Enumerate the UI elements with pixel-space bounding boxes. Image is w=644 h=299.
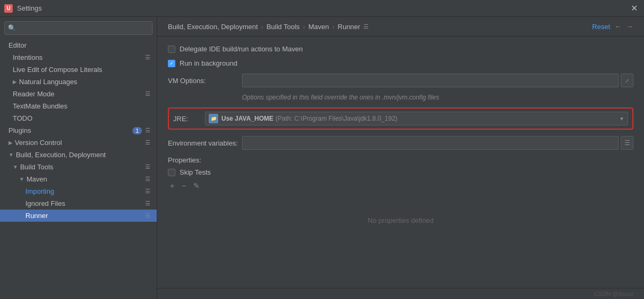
env-vars-edit-btn[interactable]: ☰	[621, 136, 633, 150]
window-title: Settings	[17, 4, 629, 12]
vm-options-expand-btn[interactable]: ⤢	[621, 74, 633, 87]
env-vars-input[interactable]	[242, 136, 619, 150]
menu-icon: ☰	[145, 127, 150, 134]
breadcrumb-item-1[interactable]: Build, Execution, Deployment	[168, 23, 258, 31]
sidebar-item-build-exec[interactable]: ▼ Build, Execution, Deployment	[0, 149, 157, 161]
sidebar-item-label: Maven	[26, 175, 47, 183]
sidebar-item-todo[interactable]: TODO	[0, 112, 157, 124]
title-bar: U Settings ✕	[0, 0, 644, 17]
vm-options-row: VM Options: ⤢	[168, 74, 633, 87]
properties-section: Properties: Skip Tests + − ✎ No properti…	[168, 156, 633, 246]
jre-folder-icon: 📁	[209, 114, 218, 123]
expand-arrow-icon: ▼	[8, 152, 14, 158]
expand-arrow-icon: ▶	[13, 79, 17, 85]
vm-options-field-container: ⤢	[242, 74, 633, 87]
menu-icon: ☰	[145, 54, 150, 61]
settings-content: Delegate IDE build/run actions to Maven …	[157, 37, 644, 288]
breadcrumb-settings-icon: ☰	[363, 23, 369, 30]
bottom-bar: CSDN @docsz	[157, 288, 644, 299]
sidebar-item-editor[interactable]: Editor	[0, 39, 157, 51]
sidebar-item-label: Ignored Files	[25, 200, 65, 207]
env-vars-label: Environment variables:	[168, 139, 242, 147]
env-vars-field-container: ☰	[242, 136, 633, 150]
expand-arrow-icon: ▼	[13, 164, 18, 170]
sidebar-item-version-control[interactable]: ▶ Version Control ☰	[0, 137, 157, 149]
skip-tests-label: Skip Tests	[180, 168, 211, 176]
menu-icon: ☰	[145, 200, 150, 207]
sidebar-item-runner[interactable]: Runner ☰	[0, 210, 157, 222]
background-checkbox[interactable]	[168, 60, 175, 67]
sidebar-item-label: Natural Languages	[19, 78, 77, 86]
sidebar-item-label: Build, Execution, Deployment	[16, 151, 106, 159]
sidebar-item-label: Version Control	[15, 139, 62, 147]
settings-window: U Settings ✕ 🔍 Editor Intentions ☰ Live …	[0, 0, 644, 299]
menu-icon: ☰	[145, 212, 150, 219]
skip-tests-row: Skip Tests	[168, 168, 633, 176]
sidebar-item-importing[interactable]: Importing ☰	[0, 185, 157, 197]
main-panel: Build, Execution, Deployment › Build Too…	[157, 17, 644, 299]
jre-value-gray: (Path: C:\Program Files\Java\jdk1.8.0_19…	[275, 115, 397, 122]
sidebar-item-label: TODO	[13, 114, 32, 122]
menu-icon: ☰	[145, 139, 150, 146]
sidebar-item-natural-languages[interactable]: ▶ Natural Languages	[0, 76, 157, 88]
expand-arrow-icon: ▼	[19, 176, 24, 182]
delegate-checkbox-label[interactable]: Delegate IDE build/run actions to Maven	[168, 45, 303, 53]
sidebar: 🔍 Editor Intentions ☰ Live Edit of Compo…	[0, 17, 157, 299]
vm-options-hint: Options specified in this field override…	[242, 94, 633, 101]
dropdown-arrow-icon: ▼	[619, 116, 624, 122]
delegate-row: Delegate IDE build/run actions to Maven	[168, 45, 633, 53]
sidebar-item-plugins[interactable]: Plugins 1 ☰	[0, 124, 157, 137]
vm-options-label: VM Options:	[168, 77, 242, 85]
sidebar-item-build-tools[interactable]: ▼ Build Tools ☰	[0, 161, 157, 173]
breadcrumb-sep-2: ›	[303, 23, 305, 31]
sidebar-item-label: Intentions	[13, 53, 42, 61]
vm-options-input[interactable]	[242, 74, 619, 87]
add-property-btn[interactable]: +	[168, 180, 176, 191]
jre-label: JRE:	[173, 115, 205, 123]
breadcrumb-actions: Reset ← →	[592, 22, 633, 31]
plugins-badge: 1	[132, 127, 142, 134]
main-content: 🔍 Editor Intentions ☰ Live Edit of Compo…	[0, 17, 644, 299]
breadcrumb: Build, Execution, Deployment › Build Too…	[157, 17, 644, 37]
sidebar-item-textmate[interactable]: TextMate Bundles	[0, 100, 157, 112]
sidebar-item-label: Runner	[25, 212, 48, 220]
no-properties-text: No properties defined	[168, 195, 633, 246]
sidebar-item-reader-mode[interactable]: Reader Mode ☰	[0, 88, 157, 100]
background-checkbox-label[interactable]: Run in background	[168, 59, 237, 67]
jre-dropdown[interactable]: 📁 Use JAVA_HOME (Path: C:\Program Files\…	[205, 112, 628, 125]
menu-icon: ☰	[145, 176, 150, 183]
expand-arrow-icon: ▶	[8, 140, 13, 146]
sidebar-item-label: Reader Mode	[13, 90, 55, 98]
skip-tests-checkbox[interactable]	[168, 169, 175, 176]
breadcrumb-sep-1: ›	[261, 23, 263, 31]
delegate-checkbox[interactable]	[168, 46, 175, 53]
sidebar-item-intentions[interactable]: Intentions ☰	[0, 51, 157, 64]
background-label: Run in background	[180, 59, 237, 67]
breadcrumb-current: Runner	[338, 23, 361, 31]
breadcrumb-item-3[interactable]: Maven	[308, 23, 329, 31]
app-icon: U	[4, 4, 13, 13]
search-icon: 🔍	[8, 24, 16, 32]
reset-button[interactable]: Reset	[592, 23, 610, 31]
close-button[interactable]: ✕	[629, 3, 640, 13]
env-vars-row: Environment variables: ☰	[168, 136, 633, 150]
back-button[interactable]: ←	[614, 22, 622, 31]
properties-toolbar: + − ✎	[168, 180, 633, 191]
sidebar-item-ignored-files[interactable]: Ignored Files ☰	[0, 197, 157, 210]
sidebar-item-label: Build Tools	[20, 163, 53, 171]
jre-row: JRE: 📁 Use JAVA_HOME (Path: C:\Program F…	[168, 107, 633, 130]
remove-property-btn[interactable]: −	[180, 180, 188, 191]
sidebar-item-label: Live Edit of Compose Literals	[13, 66, 102, 74]
background-row: Run in background	[168, 59, 633, 67]
sidebar-item-label: Editor	[8, 41, 26, 49]
search-box[interactable]: 🔍	[4, 21, 153, 35]
menu-icon: ☰	[145, 188, 150, 195]
watermark: CSDN @docsz	[594, 291, 633, 297]
forward-button[interactable]: →	[626, 22, 633, 31]
delegate-label: Delegate IDE build/run actions to Maven	[180, 45, 303, 53]
breadcrumb-item-2[interactable]: Build Tools	[266, 23, 300, 31]
sidebar-item-maven[interactable]: ▼ Maven ☰	[0, 173, 157, 185]
jre-value-bold: Use JAVA_HOME	[221, 115, 273, 122]
sidebar-item-live-edit[interactable]: Live Edit of Compose Literals	[0, 64, 157, 76]
edit-property-btn[interactable]: ✎	[191, 180, 202, 191]
